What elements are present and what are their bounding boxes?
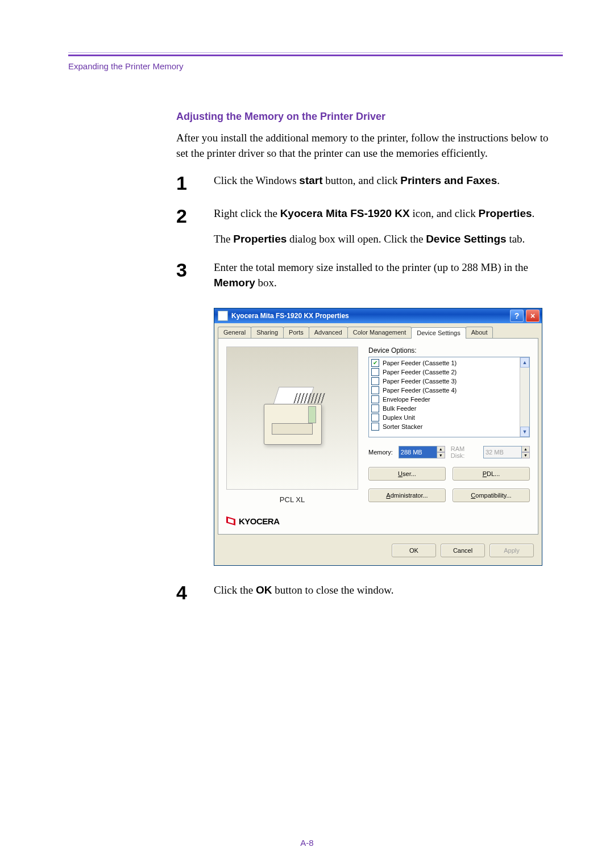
step-2-bold-tab: Device Settings [426, 233, 507, 245]
option-label: Paper Feeder (Cassette 1) [383, 360, 457, 366]
options-column: Device Options: Paper Feeder (Cassette 1… [368, 347, 530, 526]
memory-input[interactable] [399, 446, 437, 458]
step-1-bold-pf: Printers and Faxes [400, 174, 497, 186]
step-4-frag-a: Click the [214, 584, 256, 596]
step-4-bold-ok: OK [256, 584, 272, 596]
device-options-list[interactable]: Paper Feeder (Cassette 1) Paper Feeder (… [368, 357, 530, 437]
checkbox-icon[interactable] [371, 414, 379, 422]
kyocera-logo: KYOCERA [226, 516, 358, 526]
scroll-down-icon[interactable]: ▼ [520, 427, 529, 437]
option-label: Paper Feeder (Cassette 4) [383, 387, 457, 394]
option-bulk-feeder[interactable]: Bulk Feeder [371, 404, 517, 413]
checkbox-icon[interactable] [371, 359, 379, 367]
step-2-frag-2c: dialog box will open. Click the [287, 233, 426, 245]
device-settings-panel: PCL XL KYOCERA Device Options: Paper Fee… [218, 338, 538, 535]
option-label: Paper Feeder (Cassette 2) [383, 369, 457, 375]
checkbox-icon[interactable] [371, 368, 379, 376]
apply-button[interactable]: Apply [489, 544, 534, 557]
option-sorter-stacker[interactable]: Sorter Stacker [371, 422, 517, 431]
option-envelope-feeder[interactable]: Envelope Feeder [371, 395, 517, 404]
step-4-frag-c: button to close the window. [272, 584, 393, 596]
checkbox-icon[interactable] [371, 404, 379, 412]
step-2-frag-1c: icon, and click [410, 207, 479, 219]
scrollbar[interactable]: ▲ ▼ [520, 357, 529, 437]
step-2-bold-model: Kyocera Mita FS-1920 KX [280, 207, 410, 219]
option-cassette-3[interactable]: Paper Feeder (Cassette 3) [371, 377, 517, 386]
preview-column: PCL XL KYOCERA [226, 347, 358, 526]
step-1-text: Click the Windows start button, and clic… [214, 173, 557, 189]
step-2-frag-2a: The [214, 233, 233, 245]
pdl-button[interactable]: PDL...PDL... [453, 467, 530, 481]
ramdisk-input [483, 446, 522, 458]
step-3-number: 3 [176, 260, 205, 279]
properties-dialog: Kyocera Mita FS-1920 KX Properties ? × G… [214, 308, 542, 566]
user-button[interactable]: UUser...ser... [368, 467, 446, 481]
dialog-titlebar[interactable]: Kyocera Mita FS-1920 KX Properties ? × [214, 308, 542, 323]
option-cassette-2[interactable]: Paper Feeder (Cassette 2) [371, 368, 517, 377]
tab-strip: General Sharing Ports Advanced Color Man… [214, 323, 542, 338]
memory-spinner[interactable]: ▲▼ [399, 446, 445, 458]
close-button[interactable]: × [526, 310, 540, 322]
step-4-text: Click the OK button to close the window. [214, 583, 557, 598]
tab-ports[interactable]: Ports [283, 327, 309, 338]
step-3-text: Enter the total memory size installed to… [214, 260, 557, 290]
checkbox-icon[interactable] [371, 386, 379, 394]
ramdisk-label: RAM Disk: [451, 445, 478, 459]
step-3-frag-a: Enter the total memory size installed to… [214, 261, 528, 273]
dialog-footer: OK Cancel Apply [214, 538, 542, 565]
page-number: A-8 [0, 838, 614, 848]
device-options-label: Device Options: [368, 347, 530, 354]
checkbox-icon[interactable] [371, 395, 379, 403]
step-1-number: 1 [176, 173, 205, 193]
tab-color-management[interactable]: Color Management [347, 327, 412, 338]
scroll-up-icon[interactable]: ▲ [520, 357, 529, 368]
help-button[interactable]: ? [510, 310, 524, 322]
ramdisk-spinner: ▲▼ [483, 446, 530, 458]
tab-advanced[interactable]: Advanced [309, 327, 348, 338]
section-title: Adjusting the Memory on the Printer Driv… [176, 111, 557, 123]
tab-general[interactable]: General [218, 327, 251, 338]
step-2-bold-prop2: Properties [233, 233, 287, 245]
step-2-frag-1a: Right click the [214, 207, 280, 219]
step-2-text: Right click the Kyocera Mita FS-1920 KX … [214, 206, 557, 247]
option-label: Sorter Stacker [383, 423, 422, 430]
option-label: Duplex Unit [383, 414, 415, 421]
dialog-title: Kyocera Mita FS-1920 KX Properties [231, 312, 349, 320]
option-label: Bulk Feeder [383, 405, 416, 412]
step-3-bold-mem: Memory [214, 277, 255, 289]
step-2-frag-2e: tab. [507, 233, 525, 245]
memory-label: Memory: [368, 449, 393, 456]
step-2-frag-1e: . [532, 207, 535, 219]
step-1-frag-e: . [497, 174, 500, 186]
cancel-button[interactable]: Cancel [441, 544, 485, 557]
spin-down-icon[interactable]: ▼ [437, 452, 445, 458]
administrator-button[interactable]: Administrator...Administrator... [368, 489, 446, 502]
spin-up-icon[interactable]: ▲ [437, 446, 445, 452]
ok-button[interactable]: OK [392, 544, 436, 557]
compatibility-button[interactable]: Compatibility...Compatibility... [453, 489, 530, 502]
spin-down-icon: ▼ [522, 452, 530, 458]
tab-sharing[interactable]: Sharing [251, 327, 284, 338]
pcl-label: PCL XL [226, 495, 358, 504]
checkbox-icon[interactable] [371, 423, 379, 431]
intro-paragraph: After you install the additional memory … [176, 131, 557, 161]
kyocera-logo-text: KYOCERA [239, 516, 280, 526]
option-label: Envelope Feeder [383, 396, 430, 403]
tab-about[interactable]: About [466, 327, 493, 338]
kyocera-logo-icon [226, 516, 235, 525]
option-cassette-4[interactable]: Paper Feeder (Cassette 4) [371, 386, 517, 395]
option-duplex-unit[interactable]: Duplex Unit [371, 413, 517, 422]
printer-preview [226, 347, 358, 490]
step-2-bold-prop: Properties [479, 207, 532, 219]
step-4-number: 4 [176, 583, 205, 602]
step-1-frag-c: button, and click [323, 174, 401, 186]
step-3-frag-c: box. [255, 277, 277, 289]
option-cassette-1[interactable]: Paper Feeder (Cassette 1) [371, 358, 517, 368]
spin-up-icon: ▲ [522, 446, 530, 452]
step-2-number: 2 [176, 206, 205, 226]
step-1-bold-start: start [299, 174, 322, 186]
tab-device-settings[interactable]: Device Settings [411, 327, 466, 339]
checkbox-icon[interactable] [371, 377, 379, 385]
breadcrumb: Expanding the Printer Memory [68, 61, 563, 71]
step-1-frag-a: Click the Windows [214, 174, 299, 186]
